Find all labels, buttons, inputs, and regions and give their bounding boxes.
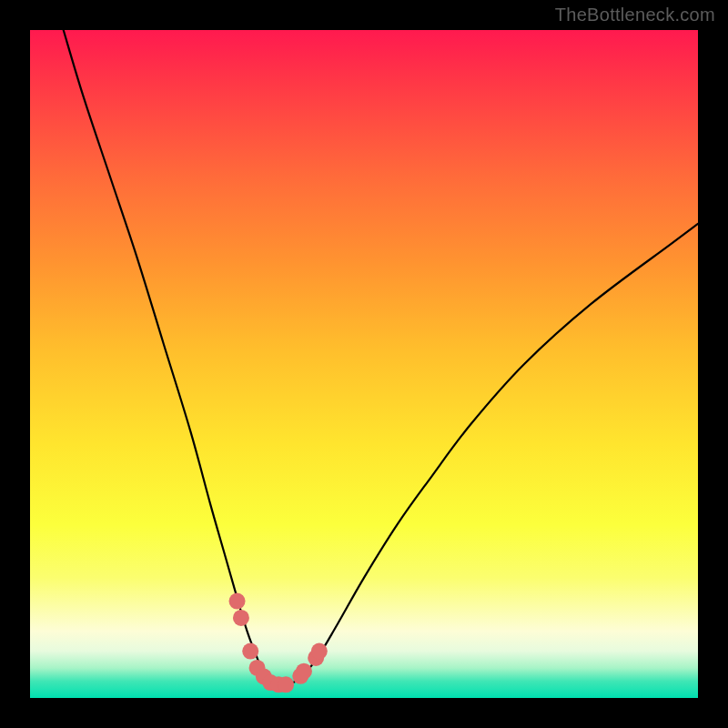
highlight-dot	[233, 610, 249, 626]
highlight-dot	[296, 663, 312, 680]
chart-frame: TheBottleneck.com	[0, 0, 728, 728]
highlight-dots	[229, 593, 328, 693]
plot-area	[30, 30, 698, 698]
highlight-dot	[311, 643, 328, 660]
highlight-dot	[278, 676, 294, 693]
dots-layer	[30, 30, 698, 698]
highlight-dot	[229, 593, 246, 610]
watermark-text: TheBottleneck.com	[555, 5, 715, 25]
highlight-dot	[242, 643, 258, 660]
